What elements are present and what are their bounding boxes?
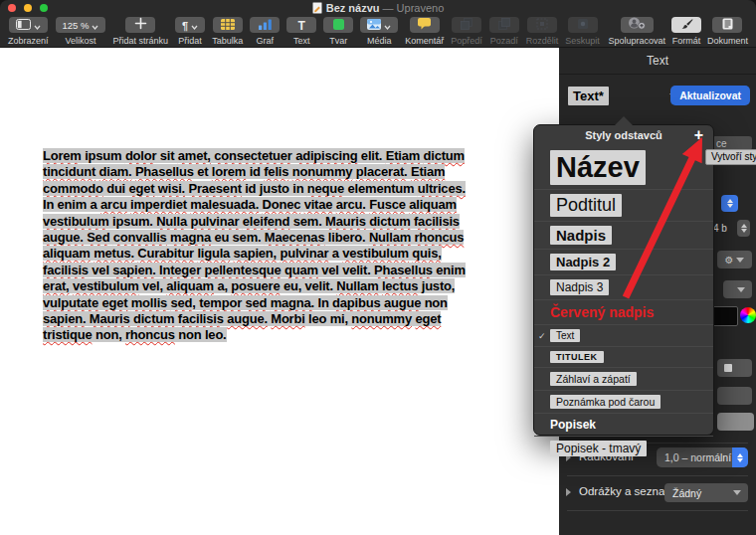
partial-stepper-blue[interactable] (721, 195, 738, 212)
document-line: erat, vestibulum vel, aliquam a, posuere… (43, 278, 466, 294)
table-icon (221, 16, 235, 34)
document-line: aliquam metus. Curabitur ligula sapien, … (43, 246, 466, 262)
style-item-label: Záhlaví a zápatí (550, 372, 637, 386)
word: aliquam (166, 278, 214, 293)
koment--button[interactable] (410, 17, 440, 33)
paragraph-style-field[interactable]: Text* (568, 87, 609, 105)
word: id (250, 164, 261, 179)
advanced-options-button-partial[interactable]: ⚙ (717, 251, 752, 268)
dokument-button[interactable] (712, 17, 742, 33)
style-item-nadpis[interactable]: Nadpis (534, 221, 713, 249)
word: facilisis (414, 214, 460, 229)
tabulka-button[interactable] (213, 17, 243, 33)
toolbar-item-koment-: Komentář (405, 17, 444, 46)
word: Donec (262, 197, 300, 212)
front-icon (461, 16, 472, 34)
chevron-down-icon (384, 16, 391, 34)
font-size-stepper-partial[interactable] (737, 220, 750, 237)
bullets-disclosure-icon[interactable] (566, 488, 571, 496)
style-item-titulek[interactable]: TITULEK (534, 346, 713, 367)
toolbar-item-dokument: Dokument (707, 17, 748, 46)
word: sed, (171, 295, 196, 310)
text-color-well[interactable] (711, 306, 738, 326)
style-item-text[interactable]: ✓Text (534, 324, 713, 346)
zobrazen--button[interactable] (9, 17, 48, 33)
style-item-label: Popisek - tmavý (550, 441, 647, 456)
word: Mauris (90, 311, 130, 326)
sidebar-tab-partial[interactable]: ce (712, 136, 752, 150)
text-button[interactable]: T (286, 17, 316, 33)
toolbar-item-label: Velikost (65, 36, 95, 46)
toolbar-item-label: Zobrazení (8, 36, 49, 46)
rozd-lit-button (527, 17, 557, 33)
style-item-label: Nadpis 3 (550, 279, 609, 295)
word: dui (106, 181, 125, 196)
button-partial[interactable] (717, 387, 752, 405)
toolbar-item-pozad-: Pozadí (489, 17, 519, 46)
shape-icon (333, 16, 344, 34)
toolbar-item-label: Text (293, 36, 310, 46)
document-page[interactable]: Lorem ipsum dolor sit amet, consectetuer… (0, 48, 559, 535)
word: sem. (293, 214, 322, 229)
p-idat-button[interactable]: ¶ (175, 17, 205, 33)
word: placerat. (356, 164, 408, 179)
style-item-z-hlav-a-z-pat-[interactable]: Záhlaví a zápatí (534, 367, 713, 390)
word: augue. (227, 311, 268, 326)
style-item-nadpis-2[interactable]: Nadpis 2 (534, 249, 713, 274)
bullets-control[interactable]: Žádný (664, 483, 748, 502)
m-dia-button[interactable] (360, 17, 398, 33)
style-item-pozn-mka-pod-arou[interactable]: Poznámka pod čarou (534, 390, 713, 413)
alignment-button-partial[interactable] (717, 359, 752, 377)
style-item-podtitul[interactable]: Podtitul (534, 189, 713, 221)
word: ligula (197, 246, 230, 261)
word: a, (217, 278, 227, 293)
line-spacing-stepper[interactable] (732, 447, 748, 467)
document-line: facilisis vel sapien. Integer pellentesq… (43, 263, 466, 278)
tvar-button[interactable] (323, 17, 353, 33)
graf-button[interactable] (250, 17, 280, 33)
view-icon (16, 16, 31, 34)
collaborate-icon (628, 16, 647, 34)
text-icon: T (297, 16, 304, 34)
style-item--erven-nadpis[interactable]: Červený nadpis (534, 299, 713, 324)
form-t-button[interactable] (671, 17, 701, 33)
dropdown-button-partial[interactable] (723, 280, 752, 298)
style-item-popisek-tmav-[interactable]: Popisek - tmavý (534, 436, 713, 460)
word: magna. (271, 295, 314, 310)
color-wheel-button[interactable] (740, 307, 756, 323)
word: Fusce (369, 197, 406, 212)
word: lorem (212, 164, 246, 179)
document-title: Bez názvu (326, 2, 380, 14)
word: Sed (87, 230, 109, 245)
velikost-button[interactable]: 125 % (56, 17, 106, 33)
document-text[interactable]: Lorem ipsum dolor sit amet, consectetuer… (43, 148, 466, 344)
word: adipiscing (295, 148, 357, 163)
bullets-value: Žádný (664, 487, 733, 499)
word: vulputate (43, 295, 98, 310)
add-style-button[interactable]: + (694, 126, 703, 144)
style-item-nadpis-3[interactable]: Nadpis 3 (534, 274, 713, 299)
word: nonummy (292, 164, 353, 179)
toolbar-item-label: Přidat (178, 36, 202, 46)
word: enim (436, 263, 466, 277)
word: sapien. (112, 263, 155, 277)
word: sem. (233, 230, 262, 245)
word: diam. (99, 164, 132, 179)
chart-icon (259, 16, 272, 34)
word: vitae (304, 197, 333, 212)
word: vestibulum (342, 246, 409, 261)
word: Etiam (386, 148, 420, 163)
toolbar-item-m-dia: Média (360, 17, 398, 46)
update-style-button[interactable]: Aktualizovat (670, 86, 750, 105)
toolbar-value-text: 125 % (63, 20, 90, 31)
word: pulvinar (190, 214, 239, 229)
style-item-popisek[interactable]: Popisek (534, 413, 713, 436)
back-icon (498, 16, 510, 34)
spolupracovat-button[interactable] (621, 17, 654, 33)
style-item-n-zev[interactable]: Název (534, 146, 713, 189)
light-button-partial[interactable] (717, 413, 754, 431)
word: velit. (304, 278, 332, 293)
toolbar-item-label: Přidat stránku (112, 36, 168, 46)
modified-indicator: — Upraveno (383, 2, 445, 14)
p-idat-str-nku-button[interactable] (125, 17, 155, 33)
